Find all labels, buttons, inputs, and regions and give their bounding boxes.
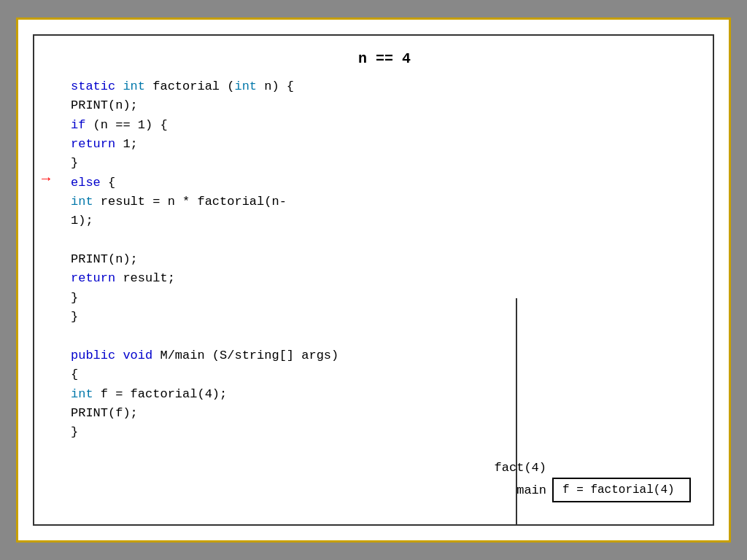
main-stack-frame: f = factorial(4) xyxy=(552,478,691,502)
code-text: M/main (S/string[] args) xyxy=(152,349,338,362)
code-text: { xyxy=(101,176,115,190)
content-area: → n == 4 static int factorial (int n) { … xyxy=(34,36,713,524)
code-line-12: public void M/main (S/string[] args) xyxy=(71,346,698,365)
inner-border: → n == 4 static int factorial (int n) { … xyxy=(33,34,714,526)
int-type-1: int xyxy=(123,79,145,93)
outer-border: → n == 4 static int factorial (int n) { … xyxy=(16,18,731,542)
int-type-2: int xyxy=(234,79,257,93)
main-stack-row: main f = factorial(4) xyxy=(457,478,691,502)
code-text: 1); xyxy=(71,214,93,228)
code-line-10: } xyxy=(71,289,698,308)
main-label: main xyxy=(494,483,552,497)
code-text: PRINT(n); xyxy=(71,98,138,112)
int-type-4: int xyxy=(71,387,93,401)
else-keyword: else xyxy=(71,176,101,190)
code-line-blank xyxy=(71,231,698,250)
code-line-9: return result; xyxy=(71,269,698,288)
code-line-3: if (n == 1) { xyxy=(71,116,698,135)
code-line-1: static int factorial (int n) { xyxy=(71,77,698,96)
code-text: { xyxy=(71,368,78,381)
code-line-7b: 1); xyxy=(71,211,698,230)
if-keyword: if xyxy=(71,118,85,132)
code-line-4: return 1; xyxy=(71,135,698,154)
static-keyword: static xyxy=(71,79,123,93)
call-stack-area: fact(4) main f = factorial(4) xyxy=(457,461,691,502)
code-line-13: { xyxy=(71,365,698,384)
code-line-5: } xyxy=(71,154,698,173)
code-text: PRINT(n); xyxy=(71,252,138,266)
code-text: } xyxy=(71,425,78,439)
code-text: } xyxy=(71,291,78,305)
return-keyword-2: return xyxy=(71,271,115,285)
code-text: (n == 1) { xyxy=(85,118,167,132)
code-display: static int factorial (int n) { PRINT(n);… xyxy=(71,77,698,443)
int-type-3: int xyxy=(71,195,93,209)
code-text: } xyxy=(71,310,78,324)
code-text: PRINT(f); xyxy=(71,406,138,420)
code-line-15: PRINT(f); xyxy=(71,404,698,423)
code-line-2: PRINT(n); xyxy=(71,96,698,115)
n-value-label: n == 4 xyxy=(71,50,698,67)
code-line-16: } xyxy=(71,423,698,442)
fact4-stack-row: fact(4) xyxy=(457,461,691,475)
return-keyword-1: return xyxy=(71,137,115,151)
void-keyword: void xyxy=(115,349,152,362)
code-text: f = factorial(4); xyxy=(93,387,228,401)
code-text: n) { xyxy=(257,79,294,93)
code-text: result = n * factorial(n- xyxy=(93,195,287,209)
code-line-11: } xyxy=(71,308,698,327)
code-line-6: else { xyxy=(71,174,698,192)
code-text: factorial ( xyxy=(145,79,234,93)
code-line-7: int result = n * factorial(n- xyxy=(71,192,698,211)
code-line-14: int f = factorial(4); xyxy=(71,385,698,404)
fact4-label: fact(4) xyxy=(494,461,552,475)
code-line-8: PRINT(n); xyxy=(71,250,698,269)
code-text: 1; xyxy=(115,137,138,151)
code-text: result; xyxy=(115,271,175,285)
code-text: } xyxy=(71,156,78,170)
code-line-blank2 xyxy=(71,327,698,346)
execution-arrow: → xyxy=(42,171,50,187)
public-keyword: public xyxy=(71,349,115,362)
